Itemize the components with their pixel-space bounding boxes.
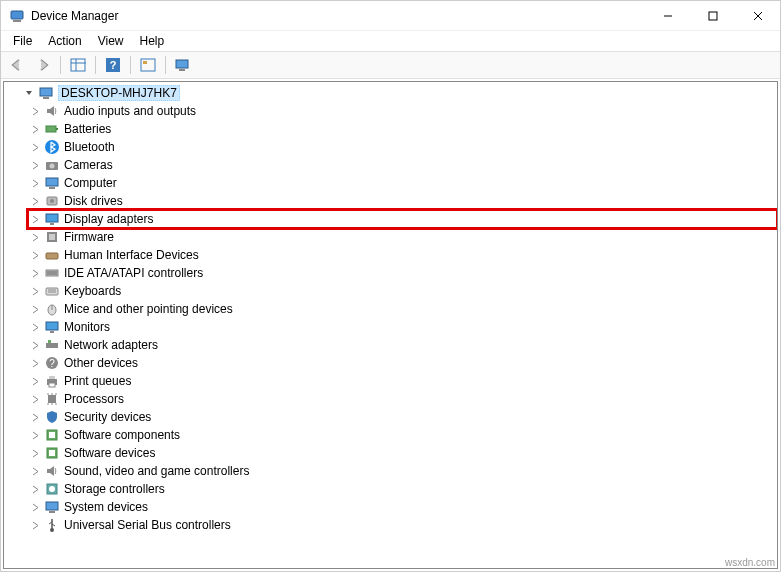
chevron-right-icon[interactable] [28,428,42,442]
minimize-button[interactable] [645,1,690,30]
tree-item[interactable]: Monitors [28,318,777,336]
tree-item[interactable]: Display adapters [28,210,777,228]
tree-item-label: Software devices [64,446,155,460]
scan-hardware-button[interactable] [136,54,160,76]
svg-rect-41 [46,343,58,348]
tree-item-label: Monitors [64,320,110,334]
tree-item[interactable]: Human Interface Devices [28,246,777,264]
chevron-right-icon[interactable] [28,500,42,514]
toolbar-separator [95,56,96,74]
svg-rect-0 [11,11,23,19]
tree-item[interactable]: Sound, video and game controllers [28,462,777,480]
tree-root-node[interactable]: DESKTOP-MHJ7HK7 [8,84,777,102]
device-tree[interactable]: DESKTOP-MHJ7HK7 Audio inputs and outputs… [3,81,778,569]
chevron-right-icon[interactable] [28,266,42,280]
tree-item[interactable]: Security devices [28,408,777,426]
watermark: wsxdn.com [725,557,775,568]
chevron-right-icon[interactable] [28,446,42,460]
tree-item[interactable]: IDE ATA/ATAPI controllers [28,264,777,282]
svg-rect-12 [143,61,147,64]
tree-item[interactable]: Bluetooth [28,138,777,156]
svg-rect-18 [56,128,58,130]
toolbar-separator [130,56,131,74]
storage-icon [44,481,60,497]
forward-button[interactable] [31,54,55,76]
tree-item[interactable]: Print queues [28,372,777,390]
speaker-icon [44,103,60,119]
chevron-right-icon[interactable] [28,338,42,352]
chevron-right-icon[interactable] [28,410,42,424]
menu-view[interactable]: View [90,32,132,50]
chevron-right-icon[interactable] [28,158,42,172]
tree-item[interactable]: ?Other devices [28,354,777,372]
chevron-right-icon[interactable] [28,482,42,496]
help-button[interactable]: ? [101,54,125,76]
chevron-right-icon[interactable] [28,356,42,370]
chevron-right-icon[interactable] [28,464,42,478]
tree-item-label: Sound, video and game controllers [64,464,249,478]
tree-item[interactable]: Software devices [28,444,777,462]
svg-rect-3 [709,12,717,20]
tree-item[interactable]: Software components [28,426,777,444]
chevron-right-icon[interactable] [28,104,42,118]
chevron-right-icon[interactable] [28,194,42,208]
menu-help[interactable]: Help [132,32,173,50]
printer-icon [44,373,60,389]
chevron-right-icon[interactable] [28,176,42,190]
svg-rect-26 [46,214,58,222]
chevron-right-icon[interactable] [28,122,42,136]
tree-item[interactable]: Cameras [28,156,777,174]
chevron-right-icon[interactable] [28,230,42,244]
devices-button[interactable] [171,54,195,76]
chevron-right-icon[interactable] [28,320,42,334]
tree-item[interactable]: Keyboards [28,282,777,300]
chevron-down-icon[interactable] [22,86,36,100]
tree-item[interactable]: Network adapters [28,336,777,354]
svg-rect-22 [46,178,58,186]
maximize-button[interactable] [690,1,735,30]
tree-item[interactable]: Audio inputs and outputs [28,102,777,120]
chevron-right-icon[interactable] [28,518,42,532]
chevron-right-icon[interactable] [28,392,42,406]
tree-item[interactable]: Firmware [28,228,777,246]
svg-rect-39 [46,322,58,330]
ide-icon [44,265,60,281]
tree-item-label: IDE ATA/ATAPI controllers [64,266,203,280]
chevron-right-icon[interactable] [28,212,42,226]
svg-rect-23 [49,187,55,189]
chevron-right-icon[interactable] [28,140,42,154]
back-button[interactable] [5,54,29,76]
bluetooth-icon [44,139,60,155]
tree-item-label: Storage controllers [64,482,165,496]
tree-item-label: Computer [64,176,117,190]
tree-item[interactable]: Universal Serial Bus controllers [28,516,777,534]
tree-item[interactable]: Processors [28,390,777,408]
tree-item[interactable]: Storage controllers [28,480,777,498]
close-button[interactable] [735,1,780,30]
other-icon: ? [44,355,60,371]
chevron-right-icon[interactable] [28,374,42,388]
toolbar-separator [60,56,61,74]
show-hide-tree-button[interactable] [66,54,90,76]
tree-item[interactable]: Mice and other pointing devices [28,300,777,318]
toolbar-separator [165,56,166,74]
tree-item[interactable]: Computer [28,174,777,192]
tree-item[interactable]: Disk drives [28,192,777,210]
software-icon [44,427,60,443]
chevron-right-icon[interactable] [28,302,42,316]
svg-rect-27 [50,223,54,225]
svg-rect-56 [49,432,55,438]
chevron-right-icon[interactable] [28,284,42,298]
window-title: Device Manager [31,9,645,23]
titlebar: Device Manager [1,1,780,31]
tree-item-label: Cameras [64,158,113,172]
tree-item[interactable]: Batteries [28,120,777,138]
svg-point-25 [50,199,54,203]
tree-item[interactable]: System devices [28,498,777,516]
menu-action[interactable]: Action [40,32,89,50]
menu-file[interactable]: File [5,32,40,50]
tree-item-label: Human Interface Devices [64,248,199,262]
tree-item-label: Firmware [64,230,114,244]
disk-icon [44,193,60,209]
chevron-right-icon[interactable] [28,248,42,262]
